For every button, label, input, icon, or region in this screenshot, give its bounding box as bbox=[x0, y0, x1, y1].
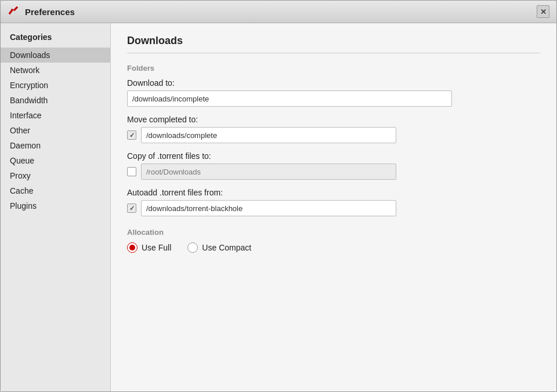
page-title: Downloads bbox=[127, 35, 540, 53]
sidebar-item-downloads[interactable]: Downloads bbox=[1, 48, 110, 63]
radio-use-full[interactable]: Use Full bbox=[127, 242, 171, 253]
sidebar-item-plugins[interactable]: Plugins bbox=[1, 198, 110, 213]
titlebar: Preferences ✕ bbox=[1, 1, 556, 23]
autoadd-checkbox[interactable] bbox=[127, 204, 136, 213]
allocation-header: Allocation bbox=[127, 228, 540, 237]
radio-compact-label: Use Compact bbox=[202, 243, 251, 252]
sidebar-item-daemon[interactable]: Daemon bbox=[1, 138, 110, 153]
titlebar-left: Preferences bbox=[8, 5, 75, 18]
move-completed-input[interactable] bbox=[141, 127, 396, 143]
folders-section-header: Folders bbox=[127, 64, 540, 72]
download-to-input[interactable] bbox=[127, 90, 452, 107]
allocation-radio-row: Use Full Use Compact bbox=[127, 242, 540, 253]
autoadd-input[interactable] bbox=[141, 200, 396, 216]
sidebar-item-interface[interactable]: Interface bbox=[1, 108, 110, 123]
autoadd-label: Autoadd .torrent files from: bbox=[127, 188, 540, 197]
move-completed-group: Move completed to: bbox=[127, 115, 540, 143]
radio-full-label: Use Full bbox=[142, 243, 171, 252]
copy-torrent-checkbox[interactable] bbox=[127, 167, 136, 176]
move-completed-checkbox[interactable] bbox=[127, 130, 136, 140]
radio-full-circle bbox=[127, 242, 138, 253]
preferences-window: Preferences ✕ Categories Downloads Netwo… bbox=[0, 0, 557, 392]
radio-compact-circle bbox=[187, 242, 198, 253]
sidebar-item-bandwidth[interactable]: Bandwidth bbox=[1, 93, 110, 108]
main-panel: Downloads Folders Download to: Move comp… bbox=[111, 23, 556, 391]
close-button[interactable]: ✕ bbox=[537, 5, 549, 18]
allocation-section: Allocation Use Full Use Compact bbox=[127, 228, 540, 253]
move-completed-label: Move completed to: bbox=[127, 115, 540, 124]
autoadd-group: Autoadd .torrent files from: bbox=[127, 188, 540, 216]
sidebar-item-cache[interactable]: Cache bbox=[1, 183, 110, 198]
copy-torrent-input[interactable] bbox=[141, 164, 396, 180]
main-content: Categories Downloads Network Encryption … bbox=[1, 23, 556, 391]
sidebar-item-queue[interactable]: Queue bbox=[1, 153, 110, 168]
sidebar-item-encryption[interactable]: Encryption bbox=[1, 78, 110, 93]
copy-torrent-label: Copy of .torrent files to: bbox=[127, 151, 540, 161]
autoadd-row bbox=[127, 200, 540, 216]
sidebar-item-proxy[interactable]: Proxy bbox=[1, 168, 110, 183]
radio-use-compact[interactable]: Use Compact bbox=[187, 242, 251, 253]
preferences-icon bbox=[8, 5, 20, 18]
sidebar-item-network[interactable]: Network bbox=[1, 63, 110, 78]
copy-torrent-row bbox=[127, 164, 540, 180]
sidebar-header: Categories bbox=[1, 30, 110, 48]
sidebar: Categories Downloads Network Encryption … bbox=[1, 23, 111, 391]
window-title: Preferences bbox=[25, 7, 75, 17]
move-completed-row bbox=[127, 127, 540, 143]
copy-torrent-group: Copy of .torrent files to: bbox=[127, 151, 540, 180]
download-to-group: Download to: bbox=[127, 78, 540, 107]
sidebar-item-other[interactable]: Other bbox=[1, 123, 110, 138]
download-to-label: Download to: bbox=[127, 78, 540, 88]
